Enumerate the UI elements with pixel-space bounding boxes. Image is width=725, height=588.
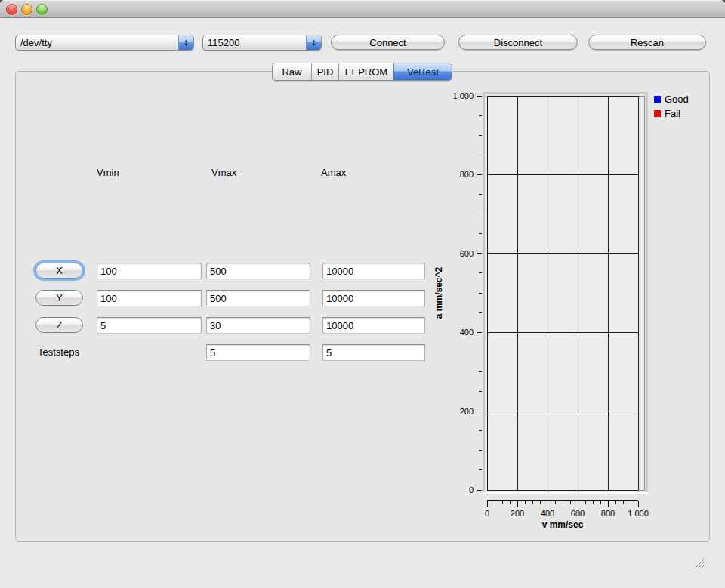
- z-vmin-input[interactable]: [97, 317, 202, 334]
- serial-port-value: /dev/tty: [16, 37, 178, 48]
- tab-bar: Raw PID EEPROM VelTest: [272, 63, 452, 81]
- serial-port-select[interactable]: /dev/tty ▲▼: [15, 35, 194, 51]
- z-vmax-input[interactable]: [206, 317, 310, 334]
- resize-grip-icon[interactable]: [693, 557, 705, 569]
- popup-stepper-icon: ▲▼: [178, 35, 193, 50]
- axis-z-button[interactable]: Z: [35, 317, 83, 333]
- close-button[interactable]: [6, 4, 17, 15]
- x-amax-input[interactable]: [322, 263, 425, 279]
- zoom-button[interactable]: [36, 4, 48, 15]
- teststeps-v-input[interactable]: [206, 344, 310, 361]
- y-vmin-input[interactable]: [97, 290, 202, 306]
- col-header-vmax: Vmax: [211, 167, 236, 178]
- tab-content-panel: [15, 71, 710, 542]
- connect-button[interactable]: Connect: [331, 35, 445, 50]
- tab-eeprom[interactable]: EEPROM: [338, 63, 393, 80]
- axis-x-button[interactable]: X: [35, 263, 83, 279]
- axis-y-button[interactable]: Y: [35, 290, 83, 306]
- y-amax-input[interactable]: [322, 290, 425, 306]
- title-bar[interactable]: [0, 0, 725, 18]
- teststeps-a-input[interactable]: [322, 344, 425, 361]
- popup-stepper-icon: ▲▼: [306, 35, 321, 50]
- tab-raw[interactable]: Raw: [273, 63, 311, 80]
- z-amax-input[interactable]: [322, 317, 425, 334]
- app-window: /dev/tty ▲▼ 115200 ▲▼ Connect Disconnect…: [0, 0, 725, 588]
- rescan-button[interactable]: Rescan: [588, 35, 706, 50]
- col-header-vmin: Vmin: [97, 167, 119, 178]
- baud-rate-select[interactable]: 115200 ▲▼: [202, 35, 322, 51]
- tab-pid[interactable]: PID: [311, 63, 338, 80]
- x-vmax-input[interactable]: [206, 263, 310, 279]
- tab-veltest[interactable]: VelTest: [393, 63, 452, 80]
- y-vmax-input[interactable]: [206, 290, 310, 306]
- minimize-button[interactable]: [21, 4, 32, 15]
- baud-rate-value: 115200: [203, 37, 306, 48]
- teststeps-label: Teststeps: [38, 346, 79, 358]
- disconnect-button[interactable]: Disconnect: [458, 35, 578, 50]
- x-vmin-input[interactable]: [97, 263, 202, 279]
- col-header-amax: Amax: [321, 167, 346, 178]
